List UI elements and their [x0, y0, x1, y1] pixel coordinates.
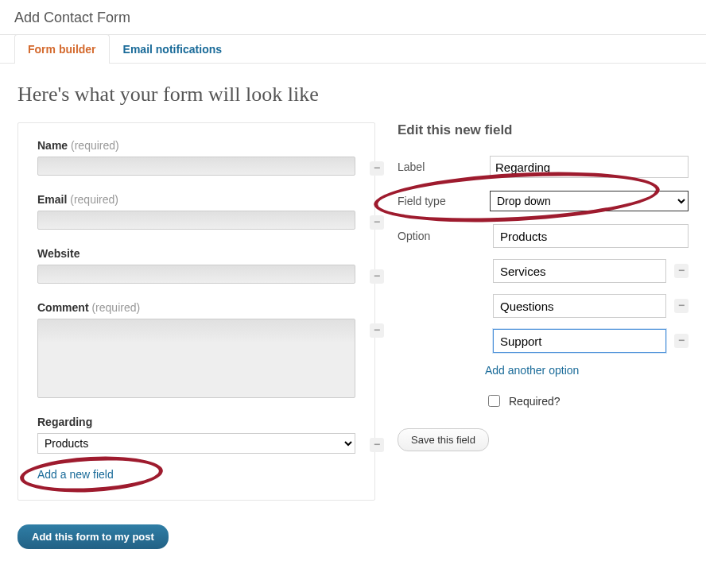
field-website-label: Website	[37, 247, 355, 260]
field-email: Email (required) −	[37, 193, 355, 230]
label-text: Comment	[37, 301, 89, 314]
required-hint: (required)	[91, 301, 140, 314]
field-comment-label: Comment (required)	[37, 301, 355, 314]
field-name-label: Name (required)	[37, 139, 355, 152]
add-new-field-link[interactable]: Add a new field	[37, 468, 114, 481]
comment-textarea[interactable]	[37, 319, 355, 398]
required-label: Required?	[509, 395, 561, 408]
edit-field-panel: Edit this new field Label Field type Dro…	[398, 122, 689, 451]
label-text: Name	[37, 139, 68, 152]
edit-heading: Edit this new field	[398, 122, 689, 138]
required-row: Required?	[485, 393, 689, 409]
tab-email-notifications[interactable]: Email notifications	[110, 34, 235, 64]
label-text: Regarding	[37, 416, 92, 428]
field-comment: Comment (required) −	[37, 301, 355, 398]
remove-field-icon[interactable]: −	[370, 438, 384, 452]
remove-field-icon[interactable]: −	[370, 161, 384, 176]
remove-option-icon[interactable]: −	[674, 334, 689, 348]
edit-option-caption: Option	[398, 230, 485, 242]
edit-type-row: Field type Drop down	[398, 191, 689, 211]
option-input-3[interactable]	[493, 294, 666, 318]
remove-field-icon[interactable]: −	[370, 215, 384, 230]
required-hint: (required)	[71, 139, 119, 152]
required-checkbox[interactable]	[488, 395, 500, 407]
remove-option-icon[interactable]: −	[674, 264, 689, 278]
edit-label-caption: Label	[398, 161, 485, 173]
remove-field-icon[interactable]: −	[370, 269, 384, 284]
option-input-2[interactable]	[493, 259, 666, 283]
name-input[interactable]	[37, 157, 355, 176]
page-title: Add Contact Form	[0, 0, 706, 35]
label-text: Email	[37, 193, 67, 206]
website-input[interactable]	[37, 265, 355, 284]
edit-label-input[interactable]	[490, 156, 689, 178]
form-preview-panel: Name (required) − Email (required) − Web…	[17, 122, 375, 501]
field-regarding-label: Regarding	[37, 416, 355, 428]
option-row-4: −	[398, 329, 689, 353]
remove-option-icon[interactable]: −	[674, 299, 689, 313]
tab-form-builder[interactable]: Form builder	[14, 34, 110, 64]
option-row-1: Option	[398, 224, 689, 248]
save-field-button[interactable]: Save this field	[398, 428, 489, 451]
edit-type-caption: Field type	[398, 195, 485, 207]
tabs: Form builder Email notifications	[0, 34, 706, 64]
add-form-to-post-button[interactable]: Add this form to my post	[17, 524, 169, 549]
edit-label-row: Label	[398, 156, 689, 178]
option-row-3: −	[398, 294, 689, 318]
preview-heading: Here's what your form will look like	[17, 83, 689, 106]
required-hint: (required)	[70, 193, 118, 206]
field-name: Name (required) −	[37, 139, 355, 176]
field-regarding: Regarding Products −	[37, 416, 355, 454]
field-email-label: Email (required)	[37, 193, 355, 206]
regarding-select[interactable]: Products	[37, 433, 355, 454]
option-input-4[interactable]	[493, 329, 666, 353]
remove-field-icon[interactable]: −	[370, 323, 384, 338]
label-text: Website	[37, 247, 80, 260]
field-website: Website −	[37, 247, 355, 284]
field-type-select[interactable]: Drop down	[490, 191, 689, 211]
add-another-option-link[interactable]: Add another option	[485, 364, 579, 377]
option-row-2: −	[398, 259, 689, 283]
email-input[interactable]	[37, 211, 355, 230]
option-input-1[interactable]	[493, 224, 689, 248]
